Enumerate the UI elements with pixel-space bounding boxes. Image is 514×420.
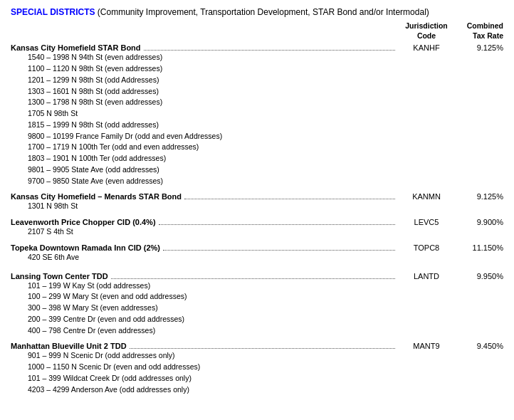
address-line: 400 – 798 Centre Dr (even addresses): [28, 325, 503, 337]
jurisdiction-code: MANT9: [397, 342, 453, 350]
address-list: 2107 S 4th St: [11, 226, 503, 238]
tax-rate-value: 9.125%: [453, 43, 503, 52]
tax-rate-value: 11.150%: [453, 243, 503, 252]
tax-rate-col-header: CombinedTax Rate: [453, 21, 503, 41]
address-line: 1540 – 1998 N 94th St (even addresses): [28, 52, 503, 63]
list-item: Topeka Downtown Ramada Inn CID (2%)TOPC8…: [11, 243, 503, 263]
address-line: 9801 – 9905 State Ave (odd addresses): [28, 164, 503, 176]
jurisdiction-code: LEVC5: [397, 218, 453, 226]
entry-name-label: Leavenworth Price Chopper CID (0.4%): [11, 218, 157, 226]
entry-row: Leavenworth Price Chopper CID (0.4%)LEVC…: [11, 218, 503, 226]
list-item: Kansas City Homefield – Menards STAR Bon…: [11, 192, 503, 212]
address-line: 1303 – 1601 N 98th St (odd addresses): [28, 86, 503, 98]
address-list: 1540 – 1998 N 94th St (even addresses)11…: [11, 52, 503, 187]
list-item: Manhattan Blueville Unit 2 TDDMANT99.450…: [11, 342, 503, 395]
address-line: 1100 – 1120 N 98th St (even addresses): [28, 63, 503, 75]
entry-row: Kansas City Homefield – Menards STAR Bon…: [11, 192, 503, 201]
entry-name-label: Manhattan Blueville Unit 2 TDD: [11, 342, 128, 350]
address-line: 1300 – 1798 N 98th St (even addresses): [28, 97, 503, 108]
address-list: 1301 N 98th St: [11, 201, 503, 212]
address-changes-list: Lansing Town Center TDDLANTD9.950%101 – …: [11, 272, 503, 396]
list-item: Kansas City Homefield STAR BondKANHF9.12…: [11, 43, 503, 187]
address-line: 4203 – 4299 Anderson Ave (odd addresses …: [28, 384, 503, 396]
address-line: 101 – 399 Wildcat Creek Dr (odd addresse…: [28, 373, 503, 384]
address-line: 2107 S 4th St: [28, 226, 503, 238]
address-list: 420 SE 6th Ave: [11, 252, 503, 263]
jurisdiction-code: KANHF: [397, 43, 453, 52]
entry-name-label: Lansing Town Center TDD: [11, 272, 110, 280]
entry-row: Topeka Downtown Ramada Inn CID (2%)TOPC8…: [11, 243, 503, 252]
address-line: 420 SE 6th Ave: [28, 252, 503, 263]
list-item: Leavenworth Price Chopper CID (0.4%)LEVC…: [11, 218, 503, 238]
jurisdiction-code: KANMN: [397, 192, 453, 201]
address-list: 901 – 999 N Scenic Dr (odd addresses onl…: [11, 350, 503, 395]
special-districts-label: SPECIAL DISTRICTS: [11, 7, 95, 17]
list-item: Lansing Town Center TDDLANTD9.950%101 – …: [11, 272, 503, 337]
address-line: 1705 N 98th St: [28, 108, 503, 120]
address-line: 200 – 399 Centre Dr (even and odd addres…: [28, 314, 503, 325]
main-container: SPECIAL DISTRICTS (Community Improvement…: [11, 7, 503, 395]
address-line: 1201 – 1299 N 98th St (odd Addresses): [28, 75, 503, 86]
address-line: 9800 – 10199 France Family Dr (odd and e…: [28, 131, 503, 142]
entry-name-label: Kansas City Homefield STAR Bond: [11, 43, 142, 52]
address-line: 1000 – 1150 N Scenic Dr (even and odd ad…: [28, 362, 503, 373]
tax-rate-value: 9.950%: [453, 272, 503, 280]
address-list: 101 – 199 W Kay St (odd addresses)100 – …: [11, 280, 503, 337]
address-line: 1700 – 1719 N 100th Ter (odd and even ad…: [28, 142, 503, 153]
jurisdiction-col-header: JurisdictionCode: [397, 21, 453, 41]
entry-name-label: Topeka Downtown Ramada Inn CID (2%): [11, 243, 162, 252]
address-line: 1815 – 1999 N 98th St (odd addresses): [28, 120, 503, 131]
tax-rate-value: 9.125%: [453, 192, 503, 201]
address-line: 101 – 199 W Kay St (odd addresses): [28, 280, 503, 292]
jurisdiction-code: LANTD: [397, 272, 453, 280]
address-line: 1301 N 98th St: [28, 201, 503, 212]
address-line: 100 – 299 W Mary St (even and odd addres…: [28, 291, 503, 303]
tax-rate-value: 9.900%: [453, 218, 503, 226]
new-districts-list: Kansas City Homefield STAR BondKANHF9.12…: [11, 43, 503, 263]
entry-row: Manhattan Blueville Unit 2 TDDMANT99.450…: [11, 342, 503, 350]
address-changes-section: Lansing Town Center TDDLANTD9.950%101 – …: [11, 272, 503, 396]
address-line: 300 – 398 W Mary St (even addresses): [28, 303, 503, 314]
entry-name-label: Kansas City Homefield – Menards STAR Bon…: [11, 192, 183, 201]
jurisdiction-code: TOPC8: [397, 243, 453, 252]
entry-row: Kansas City Homefield STAR BondKANHF9.12…: [11, 43, 503, 52]
entry-row: Lansing Town Center TDDLANTD9.950%: [11, 272, 503, 280]
tax-rate-value: 9.450%: [453, 342, 503, 350]
address-line: 1803 – 1901 N 100th Ter (odd addresses): [28, 153, 503, 164]
column-headers: JurisdictionCode CombinedTax Rate: [11, 21, 503, 41]
address-line: 901 – 999 N Scenic Dr (odd addresses onl…: [28, 350, 503, 362]
address-line: 9700 – 9850 State Ave (even addresses): [28, 176, 503, 187]
main-section-header: SPECIAL DISTRICTS (Community Improvement…: [11, 7, 503, 17]
main-header-subtitle: (Community Improvement, Transportation D…: [98, 7, 429, 17]
